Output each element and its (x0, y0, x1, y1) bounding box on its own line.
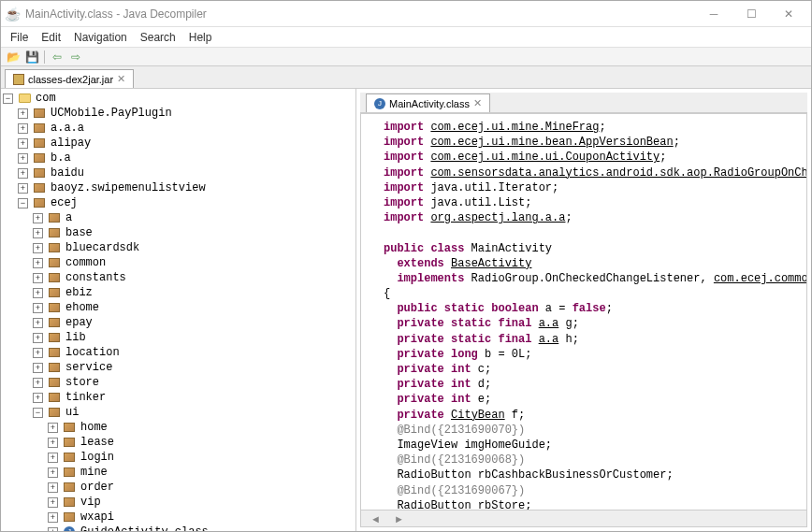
tree-node[interactable]: + vip (3, 495, 354, 510)
tree-item-label[interactable]: ebiz (64, 285, 94, 300)
tree-node[interactable]: + epay (3, 315, 354, 330)
package-tree-pane[interactable]: − com + UCMobile.PayPlugin + a.a.a + ali… (1, 89, 356, 531)
tree-item-label[interactable]: bluecardsdk (64, 240, 141, 255)
tree-item-label[interactable]: UCMobile.PayPlugin (49, 106, 174, 121)
tree-item-label[interactable]: ecej (49, 195, 80, 210)
tree-item-label[interactable]: lease (79, 435, 116, 450)
tree-toggle-icon[interactable]: − (3, 93, 13, 104)
tree-toggle-icon[interactable]: + (33, 258, 43, 268)
code-tab-close-icon[interactable]: ✕ (473, 97, 482, 109)
tree-toggle-icon[interactable]: + (33, 243, 43, 253)
tree-node[interactable]: − ecej (3, 195, 354, 210)
tree-node[interactable]: + baidu (3, 165, 354, 180)
tree-toggle-icon[interactable]: + (18, 183, 28, 194)
tree-node[interactable]: + home (3, 420, 354, 435)
tree-node[interactable]: + order (3, 480, 354, 495)
menu-navigation[interactable]: Navigation (68, 29, 133, 46)
tree-item-label[interactable]: baidu (49, 165, 86, 180)
tree-node[interactable]: + tinker (3, 390, 354, 405)
tree-item-label[interactable]: epay (64, 315, 94, 330)
tree-item-label[interactable]: a (64, 210, 74, 225)
tree-toggle-icon[interactable]: + (48, 527, 58, 532)
tree-toggle-icon[interactable]: + (48, 453, 58, 463)
tree-item-label[interactable]: ui (64, 405, 80, 420)
tree-node[interactable]: + common (3, 255, 354, 270)
tree-toggle-icon[interactable]: + (18, 123, 28, 134)
menu-search[interactable]: Search (135, 29, 181, 46)
tree-toggle-icon[interactable]: + (33, 378, 43, 388)
tree-toggle-icon[interactable]: + (33, 213, 43, 223)
tree-toggle-icon[interactable]: + (33, 228, 43, 238)
source-code[interactable]: import com.ecej.ui.mine.MineFrag; import… (361, 114, 806, 510)
tree-item-label[interactable]: login (79, 450, 116, 465)
tree-item-label[interactable]: home (79, 420, 109, 435)
tree-item-label[interactable]: lib (64, 330, 88, 345)
tree-node[interactable]: + a.a.a (3, 121, 354, 136)
tree-item-label[interactable]: ehome (64, 300, 101, 315)
tree-node[interactable]: − ui (3, 405, 354, 420)
tree-node[interactable]: + baoyz.swipemenulistview (3, 180, 354, 195)
tree-node[interactable]: + location (3, 345, 354, 360)
tree-node[interactable]: + b.a (3, 151, 354, 165)
tree-toggle-icon[interactable]: + (33, 288, 43, 298)
code-tab[interactable]: J MainActivity.class ✕ (366, 93, 490, 112)
tree-toggle-icon[interactable]: + (33, 333, 43, 343)
tree-toggle-icon[interactable]: − (33, 408, 43, 418)
menu-edit[interactable]: Edit (36, 29, 66, 46)
tree-toggle-icon[interactable]: + (18, 108, 28, 119)
tree-toggle-icon[interactable]: + (18, 168, 28, 179)
tree-item-label[interactable]: a.a.a (49, 121, 86, 136)
tree-item-label[interactable]: tinker (64, 390, 108, 405)
tree-item-label[interactable]: com (34, 91, 58, 106)
tree-toggle-icon[interactable]: + (48, 438, 58, 448)
nav-forward-icon[interactable]: ⇨ (67, 50, 84, 65)
tree-node[interactable]: − com (3, 91, 354, 106)
tree-item-label[interactable]: service (64, 360, 114, 375)
tree-node[interactable]: + lease (3, 435, 354, 450)
tree-toggle-icon[interactable]: + (18, 153, 28, 164)
tree-node[interactable]: + store (3, 375, 354, 390)
tree-node[interactable]: + mine (3, 465, 354, 480)
tree-item-label[interactable]: constants (64, 270, 128, 285)
tree-node[interactable]: + base (3, 225, 354, 240)
tree-toggle-icon[interactable]: + (33, 348, 43, 358)
minimize-button[interactable]: ─ (695, 3, 732, 25)
tree-toggle-icon[interactable]: + (33, 318, 43, 328)
tree-node[interactable]: + login (3, 450, 354, 465)
tree-item-label[interactable]: store (64, 375, 101, 390)
maximize-button[interactable]: ☐ (732, 3, 770, 25)
tree-node[interactable]: + ehome (3, 300, 354, 315)
tree-node[interactable]: + a (3, 210, 354, 225)
jar-tab[interactable]: classes-dex2jar.jar ✕ (5, 69, 134, 88)
tree-node[interactable]: + wxapi (3, 510, 354, 525)
tree-item-label[interactable]: GuideActivity.class (79, 525, 210, 531)
tree-node[interactable]: + J GuideActivity.class (3, 525, 354, 531)
tree-item-label[interactable]: common (64, 255, 108, 270)
tree-item-label[interactable]: b.a (49, 151, 73, 165)
nav-next-icon[interactable]: ► (390, 513, 408, 525)
close-button[interactable]: ✕ (770, 3, 807, 25)
tree-node[interactable]: + alipay (3, 136, 354, 151)
tree-toggle-icon[interactable]: + (48, 512, 58, 523)
tree-item-label[interactable]: baoyz.swipemenulistview (49, 180, 208, 195)
tree-node[interactable]: + UCMobile.PayPlugin (3, 106, 354, 121)
tree-item-label[interactable]: wxapi (79, 510, 116, 525)
tree-node[interactable]: + ebiz (3, 285, 354, 300)
tree-item-label[interactable]: base (64, 225, 94, 240)
menu-help[interactable]: Help (183, 29, 218, 46)
tree-toggle-icon[interactable]: + (48, 482, 58, 493)
tree-toggle-icon[interactable]: + (48, 467, 58, 478)
tree-toggle-icon[interactable]: + (48, 497, 58, 508)
tree-node[interactable]: + constants (3, 270, 354, 285)
nav-prev-icon[interactable]: ◄ (367, 513, 384, 525)
tree-toggle-icon[interactable]: + (33, 303, 43, 313)
tree-node[interactable]: + lib (3, 330, 354, 345)
save-icon[interactable]: 💾 (23, 50, 40, 65)
tree-toggle-icon[interactable]: − (18, 198, 28, 208)
tree-node[interactable]: + bluecardsdk (3, 240, 354, 255)
jar-tab-close-icon[interactable]: ✕ (117, 73, 125, 85)
open-icon[interactable]: 📂 (5, 50, 22, 65)
code-scroll[interactable]: import com.ecej.ui.mine.MineFrag; import… (361, 114, 806, 510)
menu-file[interactable]: File (5, 29, 34, 46)
tree-item-label[interactable]: mine (79, 465, 109, 480)
